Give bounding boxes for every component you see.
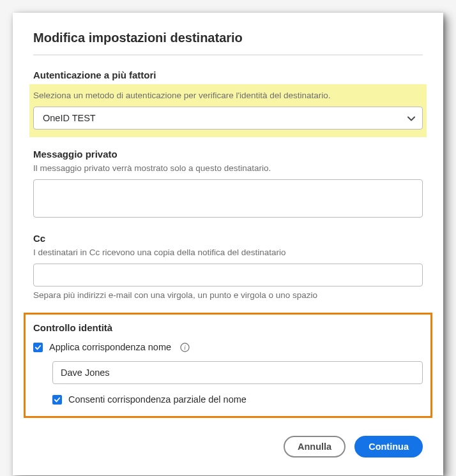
private-message-help: Il messaggio privato verrà mostrato solo…	[33, 163, 423, 173]
svg-text:i: i	[184, 345, 186, 351]
cc-input[interactable]	[33, 264, 423, 286]
cc-label: Cc	[33, 233, 423, 244]
auth-select-wrap: OneID TEST	[33, 107, 423, 130]
cc-help: I destinatari in Cc ricevono una copia d…	[33, 248, 423, 257]
dialog-title: Modifica impostazioni destinatario	[33, 31, 423, 45]
auth-method-value: OneID TEST	[43, 113, 96, 123]
auth-section-label: Autenticazione a più fattori	[33, 70, 423, 80]
enforce-name-checkbox[interactable]	[33, 343, 43, 352]
partial-match-label: Consenti corrispondenza parziale del nom…	[68, 394, 247, 405]
auth-help-text: Seleziona un metodo di autenticazione pe…	[33, 91, 423, 100]
partial-match-row: Consenti corrispondenza parziale del nom…	[52, 394, 423, 405]
continue-button[interactable]: Continua	[354, 436, 423, 457]
dialog-button-row: Annulla Continua	[33, 436, 423, 457]
enforce-name-row: Applica corrispondenza nome i	[33, 342, 423, 352]
private-message-label: Messaggio privato	[33, 149, 423, 160]
name-match-input[interactable]	[52, 361, 423, 384]
identity-label: Controllo identità	[33, 322, 423, 333]
cancel-button[interactable]: Annulla	[284, 436, 346, 457]
cc-section: Cc I destinatari in Cc ricevono una copi…	[33, 233, 423, 300]
recipient-settings-dialog: Modifica impostazioni destinatario Auten…	[13, 13, 443, 475]
private-message-section: Messaggio privato Il messaggio privato v…	[33, 149, 423, 220]
private-message-input[interactable]	[33, 179, 423, 218]
cc-hint: Separa più indirizzi e-mail con una virg…	[33, 290, 423, 300]
identity-control-section: Controllo identità Applica corrispondenz…	[24, 313, 432, 418]
partial-match-checkbox[interactable]	[52, 395, 62, 405]
name-input-wrap	[52, 361, 423, 384]
auth-method-select[interactable]: OneID TEST	[33, 107, 423, 130]
auth-highlighted-section: Seleziona un metodo di autenticazione pe…	[29, 84, 427, 137]
divider	[33, 54, 423, 56]
enforce-name-label: Applica corrispondenza nome	[49, 342, 171, 352]
info-icon[interactable]: i	[180, 343, 190, 352]
